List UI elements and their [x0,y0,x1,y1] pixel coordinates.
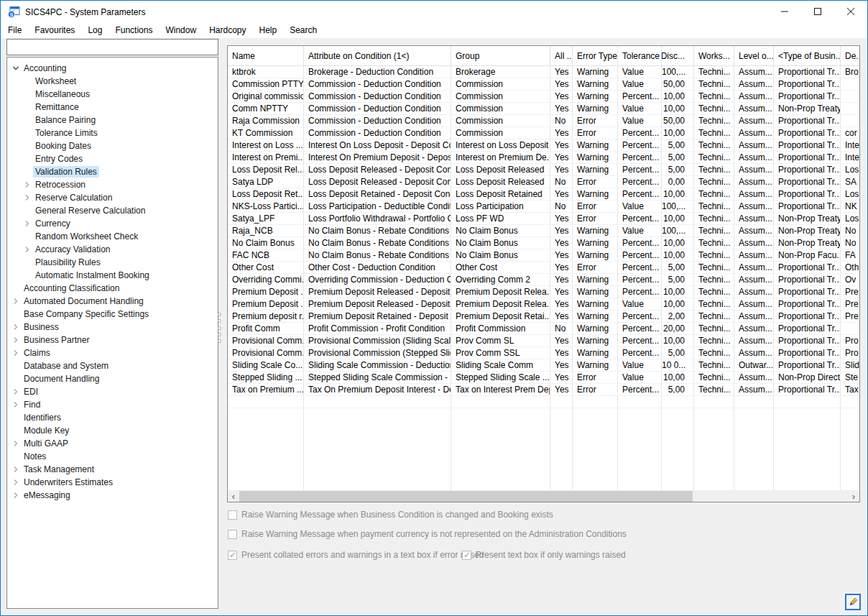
tree-item-claims[interactable]: Claims [7,346,218,359]
tree-item-business-partner[interactable]: Business Partner [7,334,218,346]
tree-item-tolerance-limits[interactable]: Tolerance Limits [7,127,218,139]
checkbox-raise-warning-message-when-business-cond[interactable]: Raise Warning Message when Business Cond… [228,510,553,520]
tree-item-base-company-specific-settings[interactable]: Base Company Specific Settings [7,308,218,321]
tree-item-currency[interactable]: Currency [7,217,218,230]
table-row[interactable]: Profit CommProfit Commission - Profit Co… [228,323,860,335]
menu-item-hardcopy[interactable]: Hardcopy [203,23,252,38]
column-header-works[interactable]: Works... [694,46,734,65]
table-row[interactable]: Raja_NCBNo Claim Bonus - Rebate Conditio… [228,225,860,237]
edit-button[interactable] [845,594,861,610]
checkbox-checked-icon[interactable]: ✓ [228,551,237,560]
close-button[interactable] [834,1,867,22]
checkbox-checked-icon[interactable]: ✓ [462,551,471,560]
tree-item-validation-rules[interactable]: Validation Rules [7,165,218,178]
tree-item-notes[interactable]: Notes [7,450,218,463]
tree-item-emessaging[interactable]: eMessaging [7,489,218,502]
chevron-right-icon[interactable] [10,489,22,502]
tree-item-remittance[interactable]: Remittance [7,101,218,114]
column-header-group[interactable]: Group [451,46,550,65]
tree-item-worksheet[interactable]: Worksheet [7,75,218,88]
tree-item-miscellaneous[interactable]: Miscellaneous [7,88,218,101]
table-row[interactable]: Sliding Scale Co...Sliding Scale Commiss… [228,359,860,372]
tree-item-underwriters-estimates[interactable]: Underwriters Estimates [7,476,218,489]
chevron-right-icon[interactable] [22,243,33,256]
table-row[interactable]: Original commissionCommission - Deductio… [228,91,860,103]
tree-item-balance-pairing[interactable]: Balance Pairing [7,114,218,127]
table-row[interactable]: Satya_LPFLoss Portfolio Withdrawal - Por… [228,213,860,225]
chevron-right-icon[interactable] [10,463,22,476]
chevron-right-icon[interactable] [10,346,22,359]
table-row[interactable]: Provisional Comm...Provisional Commissio… [228,347,860,359]
tree-item-automated-document-handling[interactable]: Automated Document Handling [7,295,218,308]
column-header-error-type[interactable]: Error Type [573,46,618,65]
chevron-right-icon[interactable] [22,178,33,191]
tree-item-general-reserve-calculation[interactable]: General Reserve Calculation [7,204,218,217]
table-row[interactable]: Stepped Sliding ...Stepped Sliding Scale… [228,372,860,384]
tree-item-accounting[interactable]: Accounting [7,62,218,75]
tree-item-document-handling[interactable]: Document Handling [7,372,218,385]
table-row[interactable]: Satya LDPLoss Deposit Released - Deposit… [228,176,860,188]
chevron-right-icon[interactable] [10,385,22,398]
menu-item-window[interactable]: Window [159,23,203,38]
scroll-left-button[interactable]: ‹ [228,490,239,502]
maximize-button[interactable] [801,1,834,22]
table-row[interactable]: Tax on Premium ...Tax On Premium Deposit… [228,384,860,396]
table-row[interactable]: Other CostOther Cost - Deduction Conditi… [228,262,860,274]
tree-filter-input[interactable] [6,39,218,55]
table-row[interactable]: Interest on Premi...Interest On Premium … [228,152,860,164]
scrollbar-thumb[interactable] [239,491,693,502]
tree-item-accuracy-validation[interactable]: Accuracy Validation [7,243,218,256]
table-row[interactable]: Loss Deposit Rel...Loss Deposit Released… [228,164,860,176]
checkbox-unchecked-icon[interactable] [228,530,237,539]
menu-item-file[interactable]: File [1,23,28,38]
table-row[interactable]: FAC NCBNo Claim Bonus - Rebate Condition… [228,249,860,262]
table-row[interactable]: Comm NPTTYCommission - Deduction Conditi… [228,103,860,115]
menu-item-favourites[interactable]: Favourites [28,23,81,38]
chevron-right-icon[interactable] [22,217,33,230]
tree-item-automatic-instalment-booking[interactable]: Automatic Instalment Booking [7,269,218,282]
column-header-tolerance[interactable]: Tolerance [618,46,662,65]
tree-item-plausibility-rules[interactable]: Plausibility Rules [7,256,218,269]
tree-item-entry-codes[interactable]: Entry Codes [7,152,218,165]
checkbox-unchecked-icon[interactable] [228,510,237,520]
table-row[interactable]: Commission PTTYCommission - Deduction Co… [228,78,860,91]
tree-item-identifiers[interactable]: Identifiers [7,411,218,424]
table-row[interactable]: Raja CommissionCommission - Deduction Co… [228,115,860,127]
chevron-down-icon[interactable] [10,62,22,75]
scrollbar-track[interactable] [239,490,848,502]
chevron-right-icon[interactable] [10,295,22,308]
column-header-disc[interactable]: Disc... [662,46,694,65]
table-row[interactable]: Premium Deposit ...Premium Deposit Relea… [228,286,860,298]
table-row[interactable]: Premium Deposit ...Premium Deposit Relea… [228,298,860,311]
chevron-right-icon[interactable] [22,191,33,204]
table-row[interactable]: No Claim BonusNo Claim Bonus - Rebate Co… [228,237,860,249]
table-row[interactable]: Interest on Loss ...Interest On Loss Dep… [228,139,860,152]
column-header-de[interactable]: De... [841,46,860,65]
column-header-attribute-on-condition-1[interactable]: Attribute on Condition (1<) [304,46,451,65]
scroll-right-button[interactable]: › [848,490,859,502]
tree-item-task-management[interactable]: Task Management [7,463,218,476]
table-row[interactable]: Premium deposit r...Premium Deposit Reta… [228,311,860,323]
chevron-right-icon[interactable] [10,398,22,411]
chevron-right-icon[interactable] [10,321,22,334]
column-header-all[interactable]: All ... [550,46,573,65]
horizontal-scrollbar[interactable]: ‹ › [228,490,859,502]
checkbox-present-collated-errors-and-warnings-in-[interactable]: ✓Present collated errors and warnings in… [228,550,462,560]
chevron-right-icon[interactable] [10,476,22,489]
tree-item-multi-gaap[interactable]: Multi GAAP [7,437,218,450]
tree-item-database-and-system[interactable]: Database and System [7,359,218,372]
chevron-right-icon[interactable] [10,437,22,450]
column-header-level-o[interactable]: Level o... [734,46,774,65]
menu-item-help[interactable]: Help [252,23,283,38]
table-row[interactable]: Provisional Comm...Provisional Commissio… [228,335,860,347]
tree-item-module-key[interactable]: Module Key [7,424,218,437]
tree-item-random-worksheet-check[interactable]: Random Worksheet Check [7,230,218,243]
table-row[interactable]: Loss Deposit Ret...Loss Deposit Retained… [228,188,860,201]
tree-item-retrocession[interactable]: Retrocession [7,178,218,191]
table-row[interactable]: ktbrokBrokerage - Deduction ConditionBro… [228,66,860,78]
checkbox-present-text-box-if-only-warnings-raised[interactable]: ✓Present text box if only warnings raise… [462,550,626,560]
tree-item-accounting-classification[interactable]: Accounting Classification [7,282,218,295]
column-header-name[interactable]: Name [228,46,304,65]
table-row[interactable]: NKS-Loss Partici...Loss Participation - … [228,201,860,213]
tree-item-edi[interactable]: EDI [7,385,218,398]
